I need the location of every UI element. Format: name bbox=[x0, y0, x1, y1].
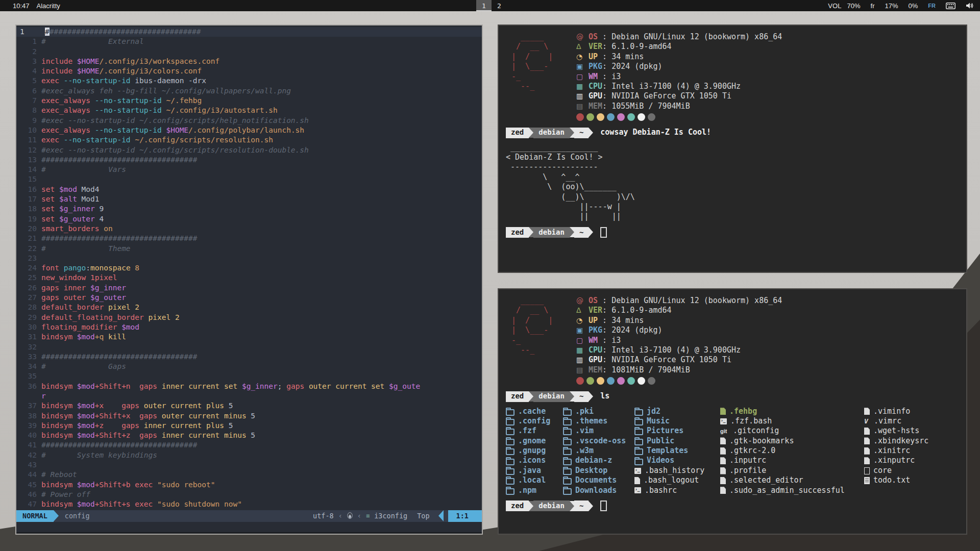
color-dot bbox=[617, 377, 625, 385]
vim-line: 29default_floating_border pixel 2 bbox=[16, 313, 482, 322]
cpu-chip-icon: ▦ bbox=[576, 345, 589, 355]
terminal-content-top[interactable]: _____ / __ \ | / | | \___- -_ --_@OS : D… bbox=[499, 26, 966, 272]
separator-chevron-icon: ‹ bbox=[357, 512, 361, 520]
line-content: bindsym $mod+Shift+z gaps inner current … bbox=[41, 431, 482, 440]
ls-item: debian-z bbox=[563, 456, 634, 465]
folder-icon bbox=[506, 409, 514, 416]
speaker-icon[interactable] bbox=[966, 2, 974, 9]
workspace-button-2[interactable]: 2 bbox=[492, 0, 507, 11]
ls-item: git.gitconfig bbox=[720, 426, 864, 436]
color-dot bbox=[576, 113, 584, 121]
powerline-arrow-icon bbox=[589, 391, 593, 402]
color-dot bbox=[627, 113, 635, 121]
ls-entry-name: .npm bbox=[518, 486, 536, 495]
vim-line: 28default_border pixel 2 bbox=[16, 303, 482, 312]
neofetch-value: Intel i3-7100 (4) @ 3.900GHz bbox=[611, 82, 741, 91]
neofetch-value: 1055MiB / 7904MiB bbox=[611, 102, 690, 111]
vim-line: 42# System keybindings bbox=[16, 450, 482, 460]
ls-item: Templates bbox=[634, 446, 720, 456]
vim-line: 20smart_borders on bbox=[16, 224, 482, 234]
terminal-cursor[interactable] bbox=[600, 227, 607, 238]
keyboard-icon bbox=[946, 3, 955, 9]
vim-line: 18set $g_inner 9 bbox=[16, 204, 482, 214]
neofetch-output: _____ / __ \ | / | | \___- -_ --_@OS : D… bbox=[506, 31, 959, 122]
monitor-icon: ▢ bbox=[576, 72, 589, 82]
neofetch-separator: : bbox=[602, 345, 611, 355]
vim-line: 41################################### bbox=[16, 440, 482, 450]
ls-entry-name: Templates bbox=[647, 446, 688, 456]
powerline-arrow-icon bbox=[529, 128, 533, 138]
mode-badge-arrow bbox=[54, 510, 59, 521]
ls-item: .vim bbox=[563, 426, 634, 436]
vim-line: 16set $mod Mod4 bbox=[16, 185, 482, 194]
vol-text: VOL bbox=[828, 2, 841, 10]
terminal-content-bottom[interactable]: _____ / __ \ | / | | \___- -_ --_@OS : D… bbox=[499, 289, 966, 534]
vim-line: 13################################### bbox=[16, 155, 482, 165]
ls-item: .bashrc bbox=[634, 486, 720, 495]
ls-item: Downloads bbox=[563, 486, 634, 495]
terminal-color-palette-dots bbox=[576, 112, 782, 122]
shell-prompt[interactable]: zed debian ~ bbox=[506, 500, 959, 511]
ls-entry-name: .inputrc bbox=[729, 456, 766, 465]
terminal-cursor[interactable] bbox=[600, 500, 607, 511]
workspace-button-1[interactable]: 1 bbox=[476, 0, 492, 11]
terminal-window-bottom[interactable]: _____ / __ \ | / | | \___- -_ --_@OS : D… bbox=[498, 288, 967, 535]
package-icon: ▣ bbox=[576, 62, 589, 71]
vim-editor-window[interactable]: 1###################################1# E… bbox=[15, 24, 483, 535]
vim-line: 23 bbox=[16, 254, 482, 263]
prompt-user-segment: zed bbox=[506, 227, 529, 238]
neofetch-row: ▢WM : i3 bbox=[576, 72, 782, 82]
vim-line: 38bindsym $mod+Shift+x gaps outer curren… bbox=[16, 411, 482, 421]
vim-line: 37bindsym $mod+x gaps outer current plus… bbox=[16, 401, 482, 411]
neofetch-value: 2024 (dpkg) bbox=[611, 325, 662, 335]
folder-icon bbox=[634, 429, 643, 435]
line-number: 17 bbox=[16, 194, 41, 204]
shell-prompt[interactable]: zed debian ~ bbox=[506, 227, 959, 238]
line-number: 42 bbox=[16, 450, 41, 460]
terminal-file-icon bbox=[634, 487, 641, 493]
terminal-window-top[interactable]: _____ / __ \ | / | | \___- -_ --_@OS : D… bbox=[498, 24, 967, 273]
neofetch-separator: : bbox=[602, 32, 611, 42]
line-content: include $HOME/.config/i3/colors.conf bbox=[41, 66, 482, 76]
vim-line: 44# Reboot bbox=[16, 470, 482, 480]
folder-icon bbox=[563, 459, 572, 465]
line-number: 12 bbox=[16, 145, 41, 155]
line-content: ################################### bbox=[41, 234, 482, 243]
package-icon: ▣ bbox=[576, 325, 589, 335]
line-number: 7 bbox=[16, 96, 41, 106]
ls-column: jd2MusicPicturesPublicTemplatesVideos.ba… bbox=[634, 407, 720, 496]
line-number: 3 bbox=[16, 57, 41, 66]
line-number: 29 bbox=[16, 313, 41, 322]
line-number: 27 bbox=[16, 293, 41, 303]
vim-line: 31bindsym $mod+q kill bbox=[16, 332, 482, 342]
color-dot bbox=[607, 377, 615, 385]
vim-buffer[interactable]: 1###################################1# E… bbox=[16, 27, 482, 510]
vim-line: 33################################### bbox=[16, 352, 482, 362]
prompt-host-segment: debian bbox=[533, 128, 570, 138]
bar-left-block: 10:47 Alacritty bbox=[0, 2, 60, 10]
line-number: 19 bbox=[16, 214, 41, 224]
folder-icon bbox=[634, 459, 643, 465]
file-icon bbox=[720, 457, 726, 464]
prompt-path-segment: ~ bbox=[574, 391, 589, 402]
line-number: 23 bbox=[16, 254, 41, 263]
ls-item: Videos bbox=[634, 456, 720, 465]
line-number: 4 bbox=[16, 66, 41, 76]
keyboard-layout-label[interactable]: FR bbox=[928, 3, 936, 9]
folder-icon bbox=[506, 468, 514, 475]
ls-item: .npm bbox=[506, 486, 563, 495]
ls-item: core bbox=[864, 466, 956, 475]
penguin-icon: Δ bbox=[576, 306, 589, 315]
neofetch-value: 34 mins bbox=[611, 52, 644, 62]
debian-swirl-icon: @ bbox=[576, 296, 589, 306]
ls-entry-name: .vimrc bbox=[874, 416, 901, 426]
vim-editor-area[interactable]: 1###################################1# E… bbox=[16, 26, 482, 534]
neofetch-separator: : bbox=[602, 316, 611, 325]
vim-line: 24font pango:monospace 8 bbox=[16, 263, 482, 273]
vim-line: 47bindsym $mod+Shift+s exec "sudo shutdo… bbox=[16, 499, 482, 509]
line-number: 21 bbox=[16, 234, 41, 243]
vim-line: 39bindsym $mod+z gaps inner current plus… bbox=[16, 421, 482, 431]
neofetch-value: i3 bbox=[611, 336, 621, 345]
line-number: 5 bbox=[16, 76, 41, 86]
neofetch-separator: : bbox=[602, 365, 611, 375]
